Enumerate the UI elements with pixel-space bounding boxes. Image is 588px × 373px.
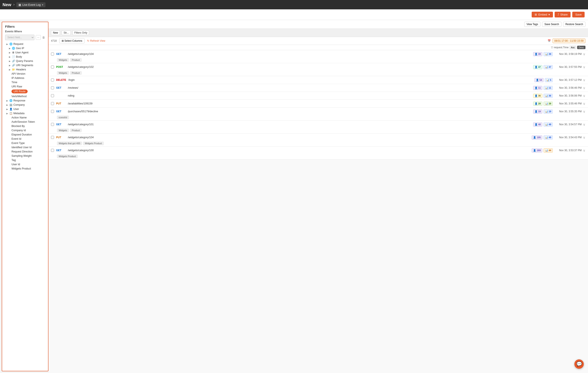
tree-user-agent[interactable]: ▶ 🖥 User Agent [2,50,48,55]
event-checkbox[interactable] [51,53,54,55]
tree-geo-ip[interactable]: ▶ 🌐 Geo IP [2,46,48,50]
chevron-icon: ▶ [9,47,11,50]
event-row-header: PUT /availabilities/109159 👤 28 📊 28 Nov… [48,100,588,107]
event-tags: Widgets that got 400Widgets Product [48,141,588,146]
tree-request-direction[interactable]: Request Direction [2,149,48,154]
tree-action-name[interactable]: Action Name [2,116,48,120]
tree-verb-method[interactable]: Verb/Method [2,94,48,98]
tree-tag[interactable]: Tag [2,158,48,162]
expand-icon[interactable]: ∨ [583,102,586,106]
filter-trash-button[interactable]: 🗑 [42,36,45,39]
expand-icon[interactable]: ∨ [583,86,586,90]
tree-time[interactable]: Time [2,80,48,85]
filter-field-select[interactable]: Select field... [5,35,34,40]
expand-icon[interactable]: ∨ [583,136,586,139]
save-label: Save [575,13,582,16]
tree-uri-segments[interactable]: ▶ 🔗 URI Segments [2,63,48,67]
share-button[interactable]: ⤴ Share [555,12,571,17]
embed-button[interactable]: ⊞ Embed ▾ [532,12,553,17]
tree-widgets-product[interactable]: Widgets Product [2,167,48,171]
sort-desc-button[interactable]: Desc [577,46,586,49]
event-checkbox[interactable] [51,86,54,89]
users-icon: 👤 [535,86,538,89]
users-icon: 👤 [535,123,538,126]
embed-label: Embed [538,13,547,16]
results-bar: 4718 ⊞ Select Columns ↻ Refresh View 📅 0… [48,37,588,45]
expand-icon[interactable]: ∨ [583,122,586,127]
sort-field-label: request.Time [554,46,569,49]
refresh-view-button[interactable]: ↻ Refresh View [87,39,105,42]
filter-bar: New Str... Filters Only [48,29,588,37]
event-checkbox[interactable] [51,78,54,81]
event-path: /widgets/category/101 [68,123,531,126]
expand-icon[interactable]: ∨ [583,78,586,82]
table-row: GET /widgets/category/101 👤 48 📊 48 Nov … [48,121,588,134]
event-tag: Product [70,129,82,132]
tree-blocked-by[interactable]: Blocked By [2,124,48,128]
tree-metadata[interactable]: ▶ 📋 Metadata [2,111,48,116]
tree-user-id[interactable]: User Id [2,162,48,167]
view-tags-button[interactable]: View Tags [524,22,540,27]
event-meta: 👤 54 📊 5 Nov 30, 3:57:12 PM ∨ [535,78,586,82]
globe-icon: 🌐 [9,99,12,102]
event-badge-users: 👤 11 [533,86,542,90]
tree-company-id[interactable]: Company Id [2,128,48,132]
filter-dots-button[interactable]: ··· [36,35,41,40]
new-filter-button[interactable]: New [51,30,60,35]
tree-sampling-weight[interactable]: Sampling Weight [2,154,48,158]
tree-company[interactable]: ▶ 🏢 Company [2,103,48,107]
event-checkbox[interactable] [51,102,54,105]
tree-body[interactable]: ▶ 📄 Body [2,55,48,59]
tree-identified-user-id[interactable]: Identified User Id [2,145,48,149]
tree-ip-address[interactable]: IP Address [2,76,48,80]
tree-request[interactable]: ▶ 🌐 Request [2,42,48,46]
requests-icon: 📊 [545,53,548,55]
uri-route-badge[interactable]: URI Route [11,90,28,93]
event-row-header: GET /widgets/category/100 👤 289 📊 44 Nov… [48,147,588,154]
event-meta: 👤 289 📊 44 Nov 30, 3:53:37 PM ∨ [532,149,586,152]
tree-request-label: Request [13,43,23,45]
expand-icon[interactable]: ∨ [583,109,586,114]
event-checkbox[interactable] [51,123,54,126]
tree-event-type[interactable]: Event Type [2,141,48,145]
users-icon: 👤 [533,136,536,139]
tree-elapsed-duration[interactable]: Elapsed Duration [2,132,48,137]
tree-response[interactable]: ▶ 🌐 Response [2,98,48,103]
live-event-log-pill[interactable]: ▦ Live Event Log ▾ [16,2,45,7]
event-checkbox[interactable] [51,65,54,68]
expand-icon[interactable]: ∨ [583,94,586,98]
event-time: Nov 30, 3:55:35 PM [554,110,582,113]
save-button[interactable]: Save [572,12,585,17]
sort-asc-button[interactable]: Asc [569,46,576,49]
tree-api-version[interactable]: API Version [2,72,48,76]
event-checkbox[interactable] [51,110,54,113]
restore-search-button[interactable]: Restore Search [563,22,586,27]
event-checkbox[interactable] [51,136,54,139]
tree-uri-raw[interactable]: URI Raw [2,85,48,89]
tree-event-id[interactable]: Event Id [2,137,48,141]
share-label: Share [560,13,568,16]
expand-icon[interactable]: ∨ [583,52,586,56]
select-columns-button[interactable]: ⊞ Select Columns [59,38,84,43]
event-path: nding [68,94,531,97]
event-checkbox[interactable] [51,149,54,152]
table-row: GET /widgets/category/100 👤 289 📊 44 Nov… [48,147,588,160]
save-search-button[interactable]: Save Search [542,22,561,27]
tree-headers[interactable]: ▶ 📁 Headers [2,67,48,72]
tree-auth-session-token[interactable]: Auth/Session Token [2,120,48,124]
globe-icon: 🌐 [12,47,15,50]
event-checkbox[interactable] [51,94,54,97]
top-nav: New > ▦ Live Event Log ▾ [0,0,588,9]
chevron-icon: ▶ [9,60,11,62]
requests-icon: 📊 [546,79,549,81]
tree-user[interactable]: ▶ 👤 User [2,107,48,111]
chat-bubble[interactable]: 💬 [574,359,584,369]
expand-icon[interactable]: ∨ [583,65,586,69]
expand-icon[interactable]: ∨ [583,149,586,152]
event-path: /reviews/ [68,86,531,89]
tree-query-params[interactable]: ▶ 🔗 Query Params [2,59,48,63]
results-count: 4718 [51,39,57,42]
event-meta: 👤 39 📊 39 Nov 30, 3:58:19 PM ∨ [533,52,586,56]
event-path: /purchases/55179/decline [68,110,531,113]
select-columns-label: Select Columns [64,39,82,42]
